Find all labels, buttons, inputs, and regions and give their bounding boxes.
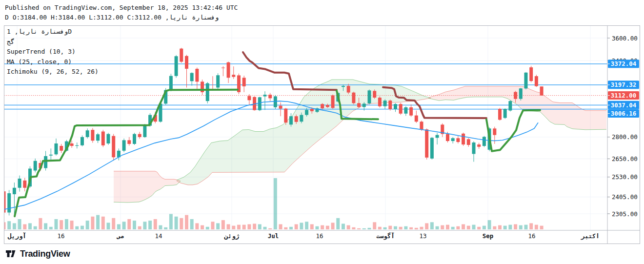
candle (86, 130, 89, 137)
svg-text:3037.04: 3037.04 (611, 102, 637, 109)
volume-bar (477, 227, 481, 229)
volume-bar (373, 222, 376, 229)
volume-bar (399, 227, 402, 229)
candle (55, 143, 58, 154)
candle (409, 107, 413, 116)
candle (373, 91, 376, 98)
volume-bar (483, 226, 486, 229)
volume-bar (117, 224, 121, 230)
time-tick-label: 16 (528, 232, 535, 240)
volume-bar (96, 215, 100, 229)
candle (368, 90, 371, 103)
volume-bar (216, 223, 220, 229)
level-price-badge: 3372.04 (607, 60, 639, 68)
candle (122, 140, 126, 151)
candle (467, 139, 470, 145)
volume-bar (258, 224, 262, 230)
volume-bar (316, 226, 319, 229)
candle (133, 134, 136, 144)
volume-bar (535, 225, 538, 230)
volume-bar (18, 219, 21, 229)
volume-bar (148, 221, 152, 229)
candle (295, 116, 298, 122)
volume-bar (164, 227, 167, 229)
candle (493, 128, 496, 135)
time-tick-label: ژوئن (224, 232, 240, 240)
volume-bar (383, 227, 387, 229)
volume-bar (295, 224, 298, 230)
time-axis[interactable]: آوریل16می14ژوئنJul16آگوست13Sep16اکتبر (7, 232, 600, 240)
volume-bar (508, 225, 512, 230)
candle (127, 140, 131, 144)
price-axis[interactable]: 3600.003400.002800.002650.002530.002405.… (607, 35, 639, 218)
volume-bar (404, 226, 407, 229)
chart-legend: وفسنارة ناريا, 1D گج SuperTrend (10, 3) … (7, 27, 99, 77)
volume-bar (519, 225, 523, 229)
volume-bar (388, 226, 392, 229)
volume-bar (524, 225, 528, 230)
volume-bar (7, 221, 11, 229)
candle (420, 122, 423, 129)
volume-bar (268, 228, 272, 229)
candle (399, 104, 402, 114)
candle (143, 126, 146, 137)
candle (331, 95, 335, 108)
volume-bar (441, 225, 444, 229)
candle (44, 156, 47, 168)
candle (206, 83, 209, 102)
candle (456, 138, 460, 142)
candle (268, 95, 272, 98)
volume-bar (169, 214, 173, 230)
volume-bar (368, 228, 371, 229)
legend-indicator-ichimoku[interactable]: Ichimoku (9, 26, 52, 26) (7, 67, 99, 77)
candle (404, 107, 407, 114)
volume-bar (300, 223, 303, 229)
candle (227, 62, 230, 78)
candle (503, 109, 507, 118)
volume-bar (60, 220, 63, 229)
time-tick-label: اکتبر (581, 232, 600, 240)
volume-bar (467, 226, 470, 229)
legend-indicator-supertrend[interactable]: SuperTrend (10, 3) (7, 47, 99, 57)
time-tick-label: 16 (57, 232, 64, 240)
price-chart[interactable]: 3600.003400.002800.002650.002530.002405.… (4, 25, 640, 244)
volume-bar (540, 226, 543, 229)
volume-bar (242, 225, 246, 230)
legend-indicator-ma[interactable]: MA (25, close, 0) (7, 57, 99, 67)
volume-bar (247, 224, 251, 230)
candle (498, 109, 502, 120)
volume-bar (284, 227, 287, 229)
volume-bar (112, 218, 115, 229)
candle (49, 155, 53, 156)
candle (415, 116, 418, 122)
time-tick-label: 16 (316, 232, 323, 240)
tradingview-logo-icon[interactable] (5, 248, 17, 260)
tradingview-brand-text[interactable]: TradingView (20, 249, 70, 259)
volume-bar (493, 226, 496, 229)
candle (483, 137, 486, 146)
volume-bar (28, 223, 32, 229)
candle (430, 138, 434, 158)
volume-bar (122, 222, 126, 229)
volume-bar (362, 228, 366, 229)
legend-indicator-gaj[interactable]: گج (7, 37, 99, 47)
volume-bar (446, 225, 449, 230)
volume-bar (451, 227, 455, 229)
volume-bar (34, 226, 37, 229)
volume-bar (357, 228, 361, 229)
volume-bar (180, 218, 183, 229)
legend-symbol-interval[interactable]: وفسنارة ناريا, 1D (7, 27, 99, 37)
time-tick-label: آوریل (7, 232, 26, 240)
price-tick-label: 3600.00 (612, 35, 638, 42)
candle (190, 73, 194, 81)
candle (180, 49, 183, 62)
chart-frame: وفسنارة ناريا, 1D گج SuperTrend (10, 3) … (4, 25, 640, 244)
volume-bar (70, 221, 74, 229)
candle (394, 104, 397, 109)
volume-bar (321, 225, 324, 229)
volume-bar (430, 222, 434, 229)
level-price-badge: 3006.16 (607, 109, 639, 118)
candle (540, 86, 543, 96)
candle (80, 137, 84, 145)
ichimoku-cloud-layer (114, 80, 606, 203)
